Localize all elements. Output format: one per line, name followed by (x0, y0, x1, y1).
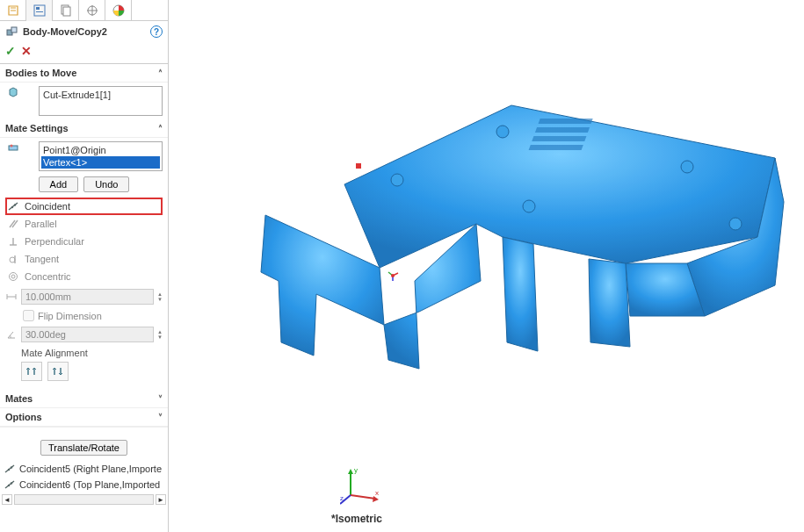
svg-point-44 (729, 218, 742, 230)
feature-titlebar: Body-Move/Copy2 ? (0, 21, 168, 42)
svg-point-15 (14, 204, 16, 205)
selection-marker (356, 163, 361, 169)
distance-spinner[interactable]: ▲▼ (157, 291, 163, 302)
tab-appearance[interactable] (105, 0, 132, 21)
svg-point-43 (681, 161, 693, 173)
coincident-icon (7, 200, 19, 212)
mate-ref-icon (7, 141, 19, 154)
mate-ref-2[interactable]: Vertex<1> (41, 156, 160, 169)
ok-button[interactable]: ✓ (5, 44, 16, 58)
add-button[interactable]: Add (39, 176, 79, 192)
svg-point-32 (8, 469, 10, 471)
parallel-option[interactable]: Parallel (5, 215, 163, 233)
svg-point-36 (11, 482, 12, 484)
angle-row: 30.00deg ▲▼ (5, 327, 163, 342)
svg-text:x: x (375, 489, 379, 497)
svg-point-12 (11, 145, 13, 147)
panel-tabs (0, 0, 168, 21)
align-opposite-button[interactable] (47, 362, 69, 381)
options-label: Options (5, 412, 42, 422)
svg-point-33 (11, 466, 12, 468)
origin-marker (387, 270, 399, 282)
svg-rect-10 (11, 27, 17, 32)
body-item[interactable]: Cut-Extrude1[1] (41, 89, 160, 101)
chevron-up-icon: ˄ (158, 68, 163, 78)
existing-mate-2-label: Coincident6 (Top Plane,Imported (19, 479, 160, 490)
h-scrollbar[interactable]: ◄ ► (0, 492, 168, 507)
svg-point-45 (523, 200, 535, 212)
svg-point-22 (10, 273, 18, 281)
svg-line-34 (5, 481, 14, 488)
tangent-icon (7, 253, 19, 265)
angle-spinner[interactable]: ▲▼ (157, 329, 163, 340)
perpendicular-icon (7, 235, 19, 248)
svg-rect-39 (532, 136, 586, 141)
angle-icon (5, 328, 18, 341)
perpendicular-option[interactable]: Perpendicular (5, 233, 163, 250)
existing-mate-1[interactable]: Coincident5 (Right Plane,Importe (0, 461, 168, 477)
distance-icon (5, 291, 18, 303)
coincident-icon (4, 478, 16, 491)
svg-rect-1 (36, 7, 40, 10)
svg-rect-11 (9, 146, 18, 150)
translate-rotate-button[interactable]: Translate/Rotate (40, 440, 127, 456)
svg-point-35 (8, 485, 10, 486)
tab-property[interactable] (26, 0, 53, 21)
svg-rect-4 (63, 7, 70, 16)
scroll-track[interactable] (14, 494, 154, 505)
tab-config[interactable] (53, 0, 79, 21)
mate-settings-header[interactable]: Mate Settings ˄ (0, 119, 168, 138)
svg-rect-38 (535, 127, 590, 133)
mate-refs-box[interactable]: Point1@Origin Vertex<1> (39, 141, 163, 171)
svg-rect-40 (529, 145, 583, 150)
existing-mate-2[interactable]: Coincident6 (Top Plane,Imported (0, 477, 168, 492)
svg-marker-51 (348, 469, 353, 474)
concentric-option[interactable]: Concentric (5, 268, 163, 285)
mate-alignment-label: Mate Alignment (5, 346, 163, 360)
distance-row: 10.000mm ▲▼ (5, 289, 163, 305)
mate-ref-1[interactable]: Point1@Origin (41, 144, 160, 156)
chevron-up-icon: ˄ (158, 124, 163, 133)
perpendicular-label: Perpendicular (25, 236, 84, 247)
bodies-to-move-label: Bodies to Move (5, 68, 76, 78)
svg-point-23 (11, 275, 15, 278)
scroll-right[interactable]: ► (156, 494, 166, 505)
graphics-viewport[interactable]: y x z *Isometric (169, 0, 804, 532)
coincident-label: Coincident (25, 201, 70, 212)
bodies-to-move-header[interactable]: Bodies to Move ˄ (0, 64, 168, 83)
chevron-down-icon: ˅ (158, 394, 163, 404)
align-same-button[interactable] (21, 362, 42, 381)
svg-text:y: y (354, 466, 358, 474)
ok-cancel-bar: ✓ ✕ (0, 42, 168, 64)
svg-line-13 (9, 203, 18, 210)
svg-point-20 (10, 257, 15, 262)
view-triad[interactable]: y x z (340, 464, 382, 506)
svg-point-49 (391, 274, 395, 277)
bodies-selection-box[interactable]: Cut-Extrude1[1] (39, 86, 163, 116)
svg-rect-0 (34, 5, 45, 16)
parallel-label: Parallel (25, 219, 57, 229)
mates-header[interactable]: Mates ˅ (0, 390, 168, 408)
distance-input[interactable]: 10.000mm (21, 289, 154, 305)
tab-feature[interactable] (0, 0, 26, 21)
flip-dimension-row[interactable]: Flip Dimension (5, 308, 163, 323)
angle-input[interactable]: 30.00deg (21, 327, 154, 342)
undo-button[interactable]: Undo (83, 176, 129, 192)
concentric-label: Concentric (25, 271, 71, 282)
help-icon[interactable]: ? (150, 25, 163, 38)
body-icon (7, 86, 19, 98)
svg-point-14 (11, 206, 13, 208)
svg-rect-2 (36, 11, 43, 12)
tangent-option[interactable]: Tangent (5, 250, 163, 268)
scroll-left[interactable]: ◄ (2, 494, 12, 505)
svg-point-41 (391, 174, 403, 186)
model-preview (213, 53, 793, 386)
flip-checkbox[interactable] (23, 310, 34, 321)
cancel-button[interactable]: ✕ (21, 44, 32, 58)
options-header[interactable]: Options ˅ (0, 408, 168, 427)
coincident-option[interactable]: Coincident (5, 198, 163, 215)
mates-label: Mates (5, 393, 33, 404)
tab-dimxpert[interactable] (79, 0, 105, 21)
svg-line-52 (351, 495, 375, 499)
svg-rect-37 (539, 119, 593, 124)
